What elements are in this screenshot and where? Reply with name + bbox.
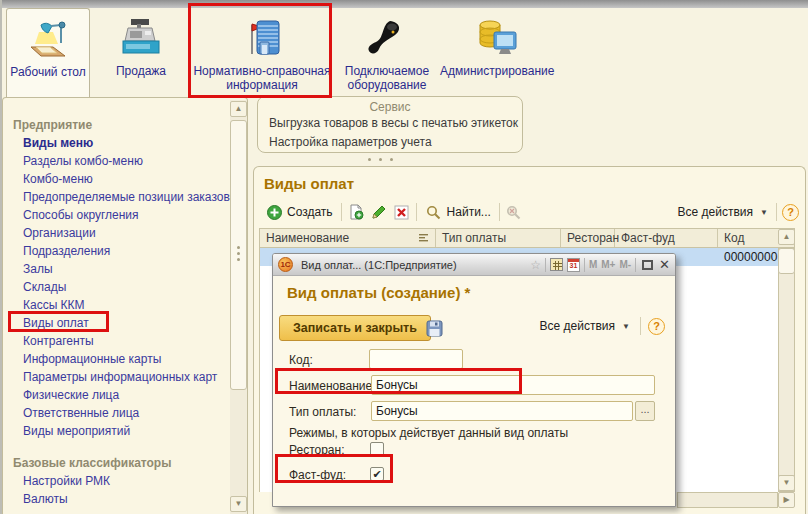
column-header-payment-type[interactable]: Тип оплаты <box>436 229 561 247</box>
help-icon[interactable]: ? <box>782 204 799 221</box>
star-icon[interactable]: ☆ <box>530 258 541 272</box>
navigation-panel: Предприятие Виды меню Разделы комбо-меню… <box>2 97 248 514</box>
floppy-save-icon[interactable] <box>423 317 445 339</box>
table-scroll-right-icon[interactable]: ▶ <box>778 492 795 508</box>
panel-splitter-grip[interactable] <box>368 158 393 161</box>
cash-register-icon <box>118 16 164 62</box>
add-document-icon[interactable] <box>347 203 365 221</box>
column-header-name[interactable]: Наименование <box>260 229 436 247</box>
dialog-help-icon[interactable]: ? <box>648 318 665 335</box>
payment-type-field[interactable] <box>371 401 633 421</box>
nav-item-event-types[interactable]: Виды мероприятий <box>13 422 221 440</box>
ribbon-section-administration[interactable]: Администрирование <box>440 8 554 97</box>
building-icon <box>239 16 285 62</box>
service-item-accounting-params[interactable]: Настройка параметров учета <box>258 133 522 152</box>
memory-plus-button[interactable]: M+ <box>601 259 615 270</box>
nav-item-predefined-orders[interactable]: Предопределяемые позиции заказов <box>13 188 221 206</box>
table-hscrollbar[interactable] <box>677 492 778 508</box>
all-actions-button[interactable]: Все действия ▼ <box>675 203 771 221</box>
nav-item-departments[interactable]: Подразделения <box>13 242 221 260</box>
nav-item-counterparties[interactable]: Контрагенты <box>13 332 221 350</box>
nav-item-combo-menu[interactable]: Комбо-меню <box>13 170 221 188</box>
nav-header-base-classifiers: Базовые классификаторы <box>13 454 221 472</box>
nav-item-currencies[interactable]: Валюты <box>13 490 221 508</box>
nav-item-organizations[interactable]: Организации <box>13 224 221 242</box>
code-field[interactable] <box>369 349 463 369</box>
nav-item-rounding[interactable]: Способы округления <box>13 206 221 224</box>
maximize-icon[interactable] <box>642 260 653 270</box>
nav-header-enterprise: Предприятие <box>13 116 221 134</box>
payment-type-picker-button[interactable]: ... <box>635 401 655 421</box>
nav-item-responsible[interactable]: Ответственные лица <box>13 404 221 422</box>
service-item-unload-scales[interactable]: Выгрузка товаров в весы с печатью этикет… <box>258 114 522 133</box>
table-scroll-thumb[interactable] <box>778 248 795 274</box>
cancel-search-icon[interactable] <box>505 203 523 221</box>
ribbon-label-reference-info: Нормативно-справочная информация <box>192 64 332 92</box>
onec-logo-icon: 1С <box>278 257 293 272</box>
column-header-fastfood[interactable]: Фаст-фуд <box>615 229 718 247</box>
nav-item-individuals[interactable]: Физические лица <box>13 386 221 404</box>
ribbon-section-desktop[interactable]: Рабочий стол <box>6 8 90 97</box>
nav-item-info-cards[interactable]: Информационные карты <box>13 350 221 368</box>
code-label: Код: <box>289 350 313 370</box>
nav-item-menu-types[interactable]: Виды меню <box>13 134 221 152</box>
chevron-down-icon: ▼ <box>760 208 768 217</box>
delete-icon[interactable] <box>393 203 411 221</box>
nav-item-halls[interactable]: Залы <box>13 260 221 278</box>
table-vscrollbar[interactable] <box>778 248 795 492</box>
dialog-titlebar[interactable]: 1С Вид оплат... (1С:Предприятие) ☆ 31 M … <box>273 254 675 276</box>
nav-item-info-card-params[interactable]: Параметры информационных карт <box>13 368 221 386</box>
nav-item-payment-types[interactable]: Виды оплат <box>13 314 221 332</box>
restaurant-checkbox[interactable] <box>370 442 384 456</box>
payment-type-label: Тип оплаты: <box>289 402 356 422</box>
save-close-button[interactable]: Записать и закрыть <box>279 315 431 341</box>
name-field[interactable] <box>371 375 655 395</box>
modes-caption: Режимы, в которых действует данный вид о… <box>289 426 568 440</box>
create-button[interactable]: Создать <box>262 201 336 223</box>
nav-scroll-thumb[interactable] <box>230 120 247 390</box>
all-actions-label: Все действия <box>678 205 753 219</box>
service-panel: Сервис Выгрузка товаров в весы с печатью… <box>257 96 523 153</box>
plus-circle-icon <box>265 203 283 221</box>
toolbar-separator <box>341 203 342 221</box>
ribbon-label-desktop: Рабочий стол <box>7 65 89 79</box>
pencil-icon[interactable] <box>370 203 388 221</box>
calculator-icon[interactable] <box>550 258 563 271</box>
ribbon-section-reference-info[interactable]: Нормативно-справочная информация <box>192 8 332 97</box>
column-header-code[interactable]: Код <box>718 229 778 247</box>
memory-minus-button[interactable]: M- <box>619 259 631 270</box>
chevron-down-icon: ▼ <box>622 322 630 331</box>
dialog-all-actions-button[interactable]: Все действия ▼ <box>537 317 633 335</box>
memory-button[interactable]: M <box>589 259 597 270</box>
close-icon[interactable]: ✕ <box>659 258 670 271</box>
nav-item-warehouses[interactable]: Склады <box>13 278 221 296</box>
nav-item-rmk-settings[interactable]: Настройки РМК <box>13 472 221 490</box>
nav-item-combo-sections[interactable]: Разделы комбо-меню <box>13 152 221 170</box>
barcode-scanner-icon <box>364 16 410 62</box>
service-panel-title: Сервис <box>258 97 522 114</box>
toolbar-separator <box>499 203 500 221</box>
window-top-edge <box>0 0 808 8</box>
list-toolbar: Создать Найти... Все действия ▼ ? <box>262 200 799 224</box>
ribbon-label-administration: Администрирование <box>440 64 554 78</box>
nav-scroll-down-icon[interactable]: ▼ <box>230 496 247 512</box>
find-button[interactable]: Найти... <box>422 201 494 223</box>
desk-lamp-icon <box>25 17 71 63</box>
name-label: Наименование: <box>289 376 376 396</box>
calendar-icon[interactable]: 31 <box>567 258 580 272</box>
nav-scroll-up-icon[interactable]: ▲ <box>230 101 247 117</box>
dialog-actions: Все действия ▼ ? <box>537 317 665 335</box>
table-scroll-down-icon[interactable]: ▼ <box>778 475 795 491</box>
fastfood-checkbox[interactable]: ✔ <box>370 467 384 481</box>
sort-icon <box>419 233 430 243</box>
section-ribbon: Рабочий стол Продажа <box>2 8 808 97</box>
nav-item-kkm[interactable]: Кассы ККМ <box>13 296 221 314</box>
table-scroll-up-icon[interactable]: ▲ <box>778 229 795 245</box>
column-header-restaurant[interactable]: Ресторан <box>561 229 615 247</box>
ribbon-section-sales[interactable]: Продажа <box>98 8 184 97</box>
ribbon-section-equipment[interactable]: Подключаемое оборудование <box>336 8 438 97</box>
toolbar-separator <box>776 203 777 221</box>
fastfood-label: Фаст-фуд: <box>289 465 346 485</box>
magnifier-icon <box>425 203 443 221</box>
database-monitor-icon <box>474 16 520 62</box>
